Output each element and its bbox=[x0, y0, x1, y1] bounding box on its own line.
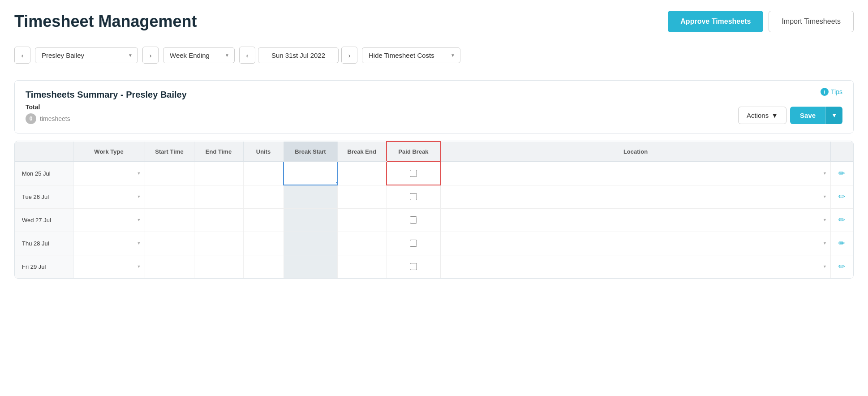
header-actions: Approve Timesheets Import Timesheets bbox=[668, 11, 854, 32]
approve-timesheets-button[interactable]: Approve Timesheets bbox=[668, 11, 763, 32]
paidbreak-cell bbox=[387, 232, 440, 255]
paidbreak-cell bbox=[387, 185, 440, 208]
worktype-cell[interactable] bbox=[73, 208, 145, 232]
costs-select[interactable]: Hide Timesheet Costs bbox=[362, 47, 460, 63]
date-display: Sun 31st Jul 2022 bbox=[258, 47, 339, 63]
location-cell[interactable] bbox=[440, 208, 831, 232]
edit-icon[interactable]: ✏ bbox=[838, 239, 845, 248]
paidbreak-checkbox-wrap bbox=[392, 214, 435, 226]
breakstart-cell[interactable] bbox=[284, 255, 337, 278]
worktype-cell[interactable] bbox=[73, 232, 145, 255]
location-cell[interactable] bbox=[440, 185, 831, 208]
worktype-cell[interactable] bbox=[73, 255, 145, 278]
endtime-cell[interactable] bbox=[194, 185, 243, 208]
action-cell: ✏ bbox=[831, 185, 853, 208]
col-header-worktype: Work Type bbox=[73, 142, 145, 162]
starttime-cell[interactable] bbox=[145, 185, 194, 208]
col-header-units: Units bbox=[243, 142, 284, 162]
units-cell[interactable] bbox=[243, 232, 284, 255]
table-row: Fri 29 Jul ✏ bbox=[15, 255, 853, 278]
breakstart-cell[interactable] bbox=[284, 162, 337, 185]
col-header-location: Location bbox=[440, 142, 831, 162]
location-cell[interactable] bbox=[440, 162, 831, 185]
starttime-cell[interactable] bbox=[145, 255, 194, 278]
breakend-cell[interactable] bbox=[337, 185, 387, 208]
paidbreak-checkbox[interactable] bbox=[410, 170, 417, 177]
employee-next-button[interactable]: › bbox=[142, 47, 159, 64]
edit-icon[interactable]: ✏ bbox=[838, 215, 845, 224]
breakstart-cell[interactable] bbox=[284, 185, 337, 208]
edit-icon[interactable]: ✏ bbox=[838, 192, 845, 201]
tips-link[interactable]: i Tips bbox=[821, 88, 842, 96]
col-header-action bbox=[831, 142, 853, 162]
location-cell[interactable] bbox=[440, 232, 831, 255]
date-chevron-left-icon: ‹ bbox=[246, 52, 249, 59]
costs-select-wrapper: Hide Timesheet Costs bbox=[362, 47, 460, 63]
paidbreak-cell bbox=[387, 208, 440, 232]
breakstart-cell[interactable] bbox=[284, 208, 337, 232]
starttime-cell[interactable] bbox=[145, 162, 194, 185]
date-nav: ‹ Sun 31st Jul 2022 › bbox=[239, 47, 357, 64]
paidbreak-checkbox-wrap bbox=[392, 261, 435, 273]
edit-icon[interactable]: ✏ bbox=[838, 169, 845, 178]
units-cell[interactable] bbox=[243, 208, 284, 232]
paidbreak-checkbox[interactable] bbox=[410, 263, 417, 270]
action-cell: ✏ bbox=[831, 232, 853, 255]
save-split-button[interactable]: ▼ bbox=[825, 107, 842, 124]
breakend-cell[interactable] bbox=[337, 255, 387, 278]
date-next-button[interactable]: › bbox=[341, 47, 357, 64]
breakend-cell[interactable] bbox=[337, 232, 387, 255]
paidbreak-cell bbox=[387, 162, 440, 185]
units-cell[interactable] bbox=[243, 162, 284, 185]
import-timesheets-button[interactable]: Import Timesheets bbox=[769, 11, 854, 32]
date-prev-button[interactable]: ‹ bbox=[239, 47, 255, 64]
timesheet-table: Work Type Start Time End Time Units Brea… bbox=[15, 141, 853, 278]
edit-icon[interactable]: ✏ bbox=[838, 262, 845, 271]
table-header-row: Work Type Start Time End Time Units Brea… bbox=[15, 142, 853, 162]
day-cell: Fri 29 Jul bbox=[15, 255, 73, 278]
endtime-cell[interactable] bbox=[194, 255, 243, 278]
employee-prev-button[interactable]: ‹ bbox=[14, 47, 30, 64]
units-cell[interactable] bbox=[243, 255, 284, 278]
breakstart-cell[interactable] bbox=[284, 232, 337, 255]
day-cell: Mon 25 Jul bbox=[15, 162, 73, 185]
summary-count: 0 timesheets bbox=[26, 113, 842, 124]
starttime-cell[interactable] bbox=[145, 232, 194, 255]
worktype-cell[interactable] bbox=[73, 185, 145, 208]
col-header-paidbreak: Paid Break bbox=[387, 142, 440, 162]
day-cell: Thu 28 Jul bbox=[15, 232, 73, 255]
worktype-cell[interactable] bbox=[73, 162, 145, 185]
page-title: Timesheet Management bbox=[14, 12, 197, 31]
paidbreak-checkbox-wrap bbox=[392, 191, 435, 203]
units-cell[interactable] bbox=[243, 185, 284, 208]
col-header-day bbox=[15, 142, 73, 162]
date-chevron-right-icon: › bbox=[348, 52, 351, 59]
timesheet-table-section: Work Type Start Time End Time Units Brea… bbox=[14, 141, 854, 279]
location-cell[interactable] bbox=[440, 255, 831, 278]
tips-label: Tips bbox=[831, 88, 842, 95]
endtime-cell[interactable] bbox=[194, 162, 243, 185]
paidbreak-checkbox-wrap bbox=[392, 168, 434, 179]
actions-button[interactable]: Actions ▼ bbox=[738, 107, 786, 124]
action-cell: ✏ bbox=[831, 255, 853, 278]
actions-dropdown-icon: ▼ bbox=[771, 112, 778, 119]
endtime-cell[interactable] bbox=[194, 232, 243, 255]
col-header-breakstart: Break Start bbox=[284, 142, 337, 162]
starttime-cell[interactable] bbox=[145, 208, 194, 232]
paidbreak-checkbox[interactable] bbox=[410, 216, 417, 224]
employee-select[interactable]: Presley Bailey bbox=[35, 47, 138, 63]
summary-actions: Actions ▼ Save ▼ bbox=[738, 107, 842, 124]
employee-select-wrapper: Presley Bailey bbox=[35, 47, 138, 63]
paidbreak-cell bbox=[387, 255, 440, 278]
week-ending-select[interactable]: Week Ending bbox=[163, 47, 235, 63]
endtime-cell[interactable] bbox=[194, 208, 243, 232]
day-cell: Wed 27 Jul bbox=[15, 208, 73, 232]
breakend-cell[interactable] bbox=[337, 162, 387, 185]
day-cell: Tue 26 Jul bbox=[15, 185, 73, 208]
breakend-cell[interactable] bbox=[337, 208, 387, 232]
save-button[interactable]: Save bbox=[790, 107, 825, 124]
paidbreak-checkbox[interactable] bbox=[410, 240, 417, 247]
paidbreak-checkbox[interactable] bbox=[410, 193, 417, 200]
action-cell: ✏ bbox=[831, 208, 853, 232]
action-cell: ✏ bbox=[831, 162, 853, 185]
